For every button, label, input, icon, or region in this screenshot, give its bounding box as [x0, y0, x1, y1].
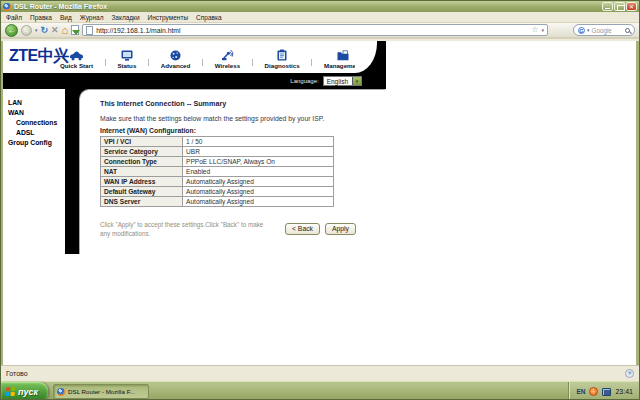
table-row: NAT Enabled — [101, 167, 334, 177]
home-icon[interactable]: ⌂ — [62, 24, 69, 37]
browser-toolbar: ▾ ↻ ✕ ⌂ http://192.168.1.1/main.html ☆ ▾… — [1, 23, 639, 39]
chevron-down-icon — [352, 77, 361, 85]
menu-bar: Файл Правка Вид Журнал Закладки Инструме… — [1, 12, 639, 23]
menu-bookmarks[interactable]: Закладки — [111, 14, 139, 21]
url-input[interactable]: http://192.168.1.1/main.html — [96, 27, 528, 34]
button-row: < Back Apply — [285, 223, 356, 235]
extension-icon[interactable]: ✳ — [625, 369, 634, 378]
update-notifier-icon[interactable] — [589, 387, 598, 396]
maximize-button[interactable] — [614, 2, 625, 11]
sidebar-item-adsl[interactable]: ADSL — [8, 128, 66, 138]
content-left-black-band — [65, 89, 79, 254]
menu-tools[interactable]: Инструменты — [148, 14, 189, 21]
nav-divider — [252, 59, 253, 66]
nav-quick-start[interactable]: Quick Start — [60, 49, 93, 69]
table-row: Connection Type PPPoE LLC/SNAP, Always O… — [101, 157, 334, 167]
site-favicon — [86, 26, 93, 35]
history-dropdown-icon[interactable]: ▾ — [35, 27, 38, 33]
sidebar-item-wan[interactable]: WAN — [8, 108, 66, 118]
firefox-icon — [3, 3, 11, 11]
header-corner-curve — [355, 41, 386, 73]
nav-divider — [311, 59, 312, 66]
window-titlebar[interactable]: DSL Router - Mozilla Firefox — [1, 1, 639, 12]
nav-wireless[interactable]: Wireless — [215, 49, 240, 69]
start-button[interactable]: пуск — [1, 382, 48, 400]
menu-file[interactable]: Файл — [6, 14, 22, 21]
nav-diagnostics[interactable]: Diagnostics — [265, 49, 300, 69]
nav-divider — [148, 59, 149, 66]
back-button[interactable]: < Back — [285, 223, 320, 235]
table-row: VPI / VCI 1 / 50 — [101, 137, 334, 147]
bookmark-star-icon[interactable]: ☆ — [531, 25, 538, 35]
intro-text: Make sure that the settings below match … — [100, 115, 324, 122]
wan-config-table: VPI / VCI 1 / 50 Service Category UBR Co… — [100, 136, 334, 207]
router-nav: Quick Start Status Advanced — [60, 43, 362, 71]
footer-note: Click "Apply" to accept these settings.C… — [100, 221, 272, 238]
row-value: 1 / 50 — [183, 137, 334, 147]
forward-icon[interactable] — [21, 25, 32, 36]
clipboard-icon — [277, 49, 287, 61]
taskbar: пуск DSL Router - Mozilla F... EN 23:41 — [1, 381, 639, 400]
row-label: VPI / VCI — [101, 137, 183, 147]
row-label: NAT — [101, 167, 183, 177]
nav-status[interactable]: Status — [117, 49, 136, 69]
nav-advanced[interactable]: Advanced — [161, 49, 191, 69]
sidebar-item-lan[interactable]: LAN — [8, 98, 66, 108]
row-value: Automatically Assigned — [183, 187, 334, 197]
row-value: PPPoE LLC/SNAP, Always On — [183, 157, 334, 167]
back-icon[interactable] — [5, 24, 18, 37]
sidebar-item-connections[interactable]: Connections — [8, 118, 66, 128]
stop-icon[interactable]: ✕ — [51, 24, 59, 37]
content-panel: This Internet Connection -- Summary Make… — [79, 89, 385, 254]
menu-history[interactable]: Журнал — [80, 14, 104, 21]
network-monitor-icon[interactable] — [602, 388, 611, 396]
table-row: Service Category UBR — [101, 147, 334, 157]
table-title: Internet (WAN) Configuration: — [100, 127, 196, 134]
monitor-icon — [121, 49, 133, 61]
language-select[interactable]: English — [323, 76, 362, 86]
close-icon[interactable] — [626, 2, 637, 11]
table-row: WAN IP Address Automatically Assigned — [101, 177, 334, 187]
sidebar-item-group-config[interactable]: Group Config — [8, 138, 66, 148]
apply-button[interactable]: Apply — [325, 223, 356, 235]
sidebar: LAN WAN Connections ADSL Group Config — [8, 98, 66, 148]
address-bar[interactable]: http://192.168.1.1/main.html ☆ ▾ — [82, 24, 548, 36]
menu-view[interactable]: Вид — [60, 14, 72, 21]
row-label: Default Gateway — [101, 187, 183, 197]
menu-edit[interactable]: Правка — [30, 14, 52, 21]
new-tab-icon[interactable] — [71, 25, 79, 35]
system-tray: EN 23:41 — [568, 382, 639, 400]
row-value: Automatically Assigned — [183, 177, 334, 187]
search-icon[interactable] — [625, 28, 630, 33]
page-viewport: ZTE中兴 Quick Start Status — [1, 41, 639, 365]
start-label: пуск — [18, 387, 38, 397]
clock: 23:41 — [615, 388, 633, 395]
firefox-icon — [57, 388, 65, 396]
language-bar: Language: English — [3, 73, 386, 89]
row-label: DNS Server — [101, 197, 183, 207]
search-bar[interactable]: G ▾ Google — [573, 24, 635, 36]
status-text: Готово — [6, 370, 28, 377]
antenna-icon — [221, 49, 234, 61]
table-row: Default Gateway Automatically Assigned — [101, 187, 334, 197]
keyboard-language-indicator[interactable]: EN — [576, 388, 585, 395]
table-row: DNS Server Automatically Assigned — [101, 197, 334, 207]
status-bar: Готово ✳ — [1, 365, 639, 381]
row-label: WAN IP Address — [101, 177, 183, 187]
row-label: Connection Type — [101, 157, 183, 167]
page-title: This Internet Connection -- Summary — [100, 99, 226, 108]
taskbar-window-button[interactable]: DSL Router - Mozilla F... — [53, 384, 149, 399]
row-value: UBR — [183, 147, 334, 157]
folder-icon — [337, 49, 349, 61]
car-icon — [69, 49, 84, 61]
language-label: Language: — [290, 78, 318, 84]
google-logo-icon: G — [578, 27, 585, 34]
refresh-icon[interactable]: ↻ — [41, 24, 49, 37]
menu-help[interactable]: Справка — [196, 14, 222, 21]
router-header: ZTE中兴 Quick Start Status — [3, 41, 386, 73]
minimize-button[interactable] — [602, 2, 613, 11]
row-value: Enabled — [183, 167, 334, 177]
search-input[interactable]: Google — [592, 27, 623, 34]
search-engine-dropdown-icon[interactable]: ▾ — [587, 27, 590, 33]
url-dropdown-icon[interactable]: ▾ — [541, 27, 544, 33]
